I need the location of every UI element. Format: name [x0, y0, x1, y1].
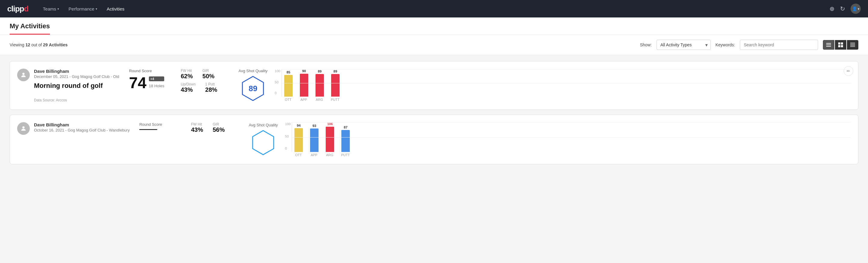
hexagon-2	[250, 129, 277, 156]
hexagon: 89	[239, 75, 267, 102]
svg-rect-1	[826, 45, 831, 45]
fw-hit-stat: FW Hit 62%	[181, 68, 193, 80]
chart-area: 85 90 89	[281, 69, 851, 101]
stat-row-2: Up/Down 43% 1 Putt 28%	[181, 82, 229, 93]
x-label2-putt: PUTT	[341, 153, 349, 157]
bar2-app-value: 93	[312, 124, 316, 127]
nav-item-teams[interactable]: Teams ▾	[43, 5, 59, 12]
gir-label: GIR	[203, 68, 214, 73]
activity-type-select[interactable]: All Activity Types	[657, 40, 711, 50]
activity-card-2: Dave Billingham October 16, 2021 - Gog M…	[10, 115, 858, 164]
x-label2-ott: OTT	[294, 153, 303, 157]
bar2-ott: 94	[294, 124, 303, 152]
page-header: My Activities	[0, 18, 868, 35]
bar-arg-bar	[315, 74, 324, 96]
svg-rect-8	[850, 44, 855, 45]
fw-hit-label: FW Hit	[181, 68, 193, 73]
svg-rect-3	[838, 42, 840, 45]
page-title: My Activities	[10, 22, 50, 35]
x-labels: OTT APP ARG PUTT	[281, 96, 851, 101]
grid-line-top-2	[292, 122, 851, 122]
stat-row-1: FW Hit 62% GIR 50%	[181, 68, 229, 80]
teams-chevron-icon: ▾	[57, 7, 59, 10]
bar-ott-value: 85	[287, 70, 290, 74]
bar2-arg-bar	[326, 127, 334, 152]
grid-line-mid-2	[292, 137, 851, 138]
user-info-2: Dave Billingham October 16, 2021 - Gog M…	[34, 122, 130, 135]
keywords-input[interactable]	[740, 40, 818, 50]
add-icon[interactable]: ⊕	[830, 5, 835, 12]
oneputt-label: 1 Putt	[205, 82, 217, 86]
activity-type-select-wrapper[interactable]: All Activity Types	[657, 40, 711, 50]
grid-view-icon	[838, 42, 843, 47]
x-label2-arg: ARG	[326, 153, 334, 157]
bar2-arg-value: 106	[327, 122, 333, 126]
score-holes: 18 Holes	[149, 84, 164, 88]
score-badge: +4	[149, 77, 164, 81]
chart-area-2: 94 93 106 87	[292, 122, 851, 157]
nav-item-activities[interactable]: Activities	[107, 5, 125, 12]
svg-rect-2	[826, 46, 831, 47]
filter-bar: Viewing 12 out of 29 Activities Show: Al…	[0, 35, 868, 55]
compact-view-button[interactable]	[847, 40, 858, 50]
bar-app-value: 90	[302, 69, 306, 73]
gir-value-2: 56%	[213, 126, 225, 133]
logo[interactable]: clippd	[7, 4, 29, 13]
bar2-ott-bar	[294, 128, 303, 152]
avg-shot-label: Avg Shot Quality	[239, 68, 268, 73]
shot-quality-left-2: Avg Shot Quality	[249, 123, 278, 156]
card-left: Dave Billingham December 05, 2021 - Gog …	[17, 68, 119, 102]
user-menu-chevron: ▾	[858, 7, 859, 10]
gir-stat-2: GIR 56%	[213, 122, 225, 133]
svg-rect-4	[841, 42, 843, 45]
x-labels-2: OTT APP ARG PUTT	[292, 152, 851, 157]
grid-view-button[interactable]	[835, 40, 846, 50]
bar-arg-value: 89	[318, 69, 321, 73]
svg-rect-7	[850, 43, 855, 43]
user-avatar-2	[17, 122, 30, 135]
updown-stat: Up/Down 43%	[181, 82, 195, 93]
bar2-putt-value: 87	[344, 125, 347, 129]
hexagon-svg-2	[250, 129, 277, 156]
x-label-putt: PUTT	[331, 98, 339, 101]
navbar: clippd Teams ▾ Performance ▾ Activities …	[0, 0, 868, 18]
bar-chart-container: 100 50 0 85	[275, 69, 851, 101]
grid-line-mid	[282, 83, 851, 83]
list-view-button[interactable]	[823, 40, 834, 50]
list-view-icon	[826, 42, 831, 47]
y-axis: 100 50 0	[275, 69, 281, 101]
bar-app-bar	[300, 74, 308, 96]
bar2-ott-value: 94	[297, 124, 301, 127]
fw-hit-stat-2: FW Hit 43%	[191, 122, 203, 133]
fw-hit-value-2: 43%	[191, 126, 203, 133]
user-avatar-nav[interactable]: 👤 ▾	[850, 4, 861, 14]
updown-value: 43%	[181, 86, 195, 93]
bars-area: 85 90 89	[281, 69, 851, 96]
bar-putt-value: 89	[334, 69, 337, 73]
x-label-ott: OTT	[284, 98, 292, 101]
svg-point-11	[22, 73, 24, 75]
activity-title: Morning round of golf	[34, 82, 119, 90]
bars-area-2: 94 93 106 87	[292, 122, 851, 152]
fw-hit-value: 62%	[181, 73, 193, 80]
gir-stat: GIR 50%	[203, 68, 214, 80]
shot-quality-section-2: Avg Shot Quality 100 50 0	[249, 122, 851, 157]
show-label: Show:	[640, 42, 652, 47]
bar2-putt-bar	[341, 130, 350, 152]
round-score-section-2: Round Score	[139, 122, 181, 130]
bar2-putt: 87	[341, 125, 350, 152]
bar-ott: 85	[284, 70, 292, 96]
svg-marker-14	[253, 130, 274, 155]
stats-section: FW Hit 62% GIR 50% Up/Down 43% 1 Putt 28…	[181, 68, 229, 96]
nav-item-performance[interactable]: Performance ▾	[69, 5, 97, 12]
refresh-icon[interactable]: ↻	[840, 5, 845, 12]
user-icon: 👤	[852, 6, 857, 11]
card-left-2: Dave Billingham October 16, 2021 - Gog M…	[17, 122, 130, 135]
fw-hit-label-2: FW Hit	[191, 122, 203, 126]
bar-putt-bar	[331, 74, 340, 96]
user-date: December 05, 2021 - Gog Magog Golf Club …	[34, 74, 119, 79]
svg-point-13	[22, 126, 24, 128]
user-date-2: October 16, 2021 - Gog Magog Golf Club -…	[34, 128, 130, 133]
compact-view-icon	[850, 42, 855, 47]
score-display-2	[139, 129, 181, 130]
